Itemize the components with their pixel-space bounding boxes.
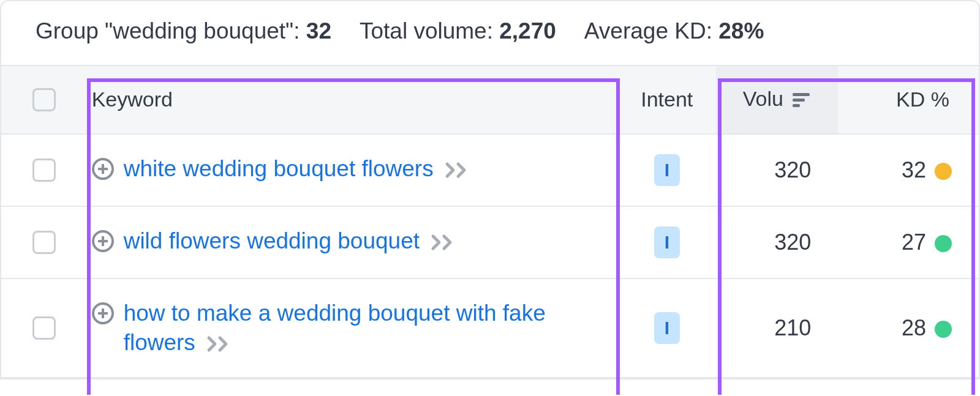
header-volume-label: Volu: [743, 87, 783, 110]
keyword-link[interactable]: wild flowers wedding bouquet: [124, 228, 420, 253]
kd-value: 28: [902, 315, 926, 340]
summary-bar: Group "wedding bouquet": 32 Total volume…: [1, 1, 979, 65]
kd-difficulty-dot: [935, 235, 952, 252]
header-select-all[interactable]: [1, 65, 87, 134]
table-row: how to make a wedding bouquet with fake …: [1, 278, 979, 378]
table-row: white wedding bouquet flowersI32032: [1, 134, 979, 206]
table-header-row: Keyword Intent Volu KD: [1, 65, 979, 134]
row-keyword-cell: white wedding bouquet flowers: [87, 134, 618, 206]
expand-icon[interactable]: [92, 302, 114, 324]
kd-summary: Average KD: 28%: [584, 18, 764, 44]
intent-badge[interactable]: I: [654, 154, 680, 186]
volume-value: 320: [774, 157, 811, 182]
keyword-table: Keyword Intent Volu KD: [1, 65, 979, 378]
header-kd[interactable]: KD %: [838, 65, 979, 134]
keyword-link[interactable]: how to make a wedding bouquet with fake …: [124, 301, 546, 355]
group-label-suffix: ":: [285, 18, 306, 43]
row-checkbox-cell: [1, 278, 87, 378]
open-icon[interactable]: [445, 162, 472, 179]
group-count: 32: [306, 18, 331, 43]
group-label-prefix: Group ": [36, 18, 113, 43]
open-icon[interactable]: [431, 234, 458, 251]
row-kd-cell: 27: [838, 206, 979, 278]
group-name: wedding bouquet: [113, 18, 285, 43]
row-kd-cell: 32: [838, 134, 979, 206]
volume-value: 210: [774, 315, 811, 340]
avg-kd-value: 28%: [718, 18, 764, 43]
volume-value: 2,270: [499, 18, 556, 43]
expand-icon[interactable]: [92, 158, 114, 180]
select-all-checkbox[interactable]: [32, 88, 56, 111]
kd-value: 32: [902, 157, 926, 182]
row-volume-cell: 210: [716, 278, 839, 378]
volume-label: Total volume:: [360, 18, 499, 43]
row-keyword-cell: how to make a wedding bouquet with fake …: [87, 278, 618, 378]
row-checkbox-cell: [1, 206, 87, 278]
row-checkbox[interactable]: [32, 231, 56, 254]
header-keyword-label: Keyword: [92, 88, 173, 111]
open-icon[interactable]: [206, 335, 233, 353]
sort-desc-icon: [793, 89, 811, 113]
row-checkbox[interactable]: [32, 159, 56, 182]
table-row: wild flowers wedding bouquetI32027: [1, 206, 979, 278]
avg-kd-label: Average KD:: [584, 18, 718, 43]
header-keyword[interactable]: Keyword: [87, 65, 618, 134]
group-summary: Group "wedding bouquet": 32: [36, 18, 331, 44]
row-keyword-cell: wild flowers wedding bouquet: [87, 206, 618, 278]
row-intent-cell: I: [618, 134, 716, 206]
kd-value: 27: [902, 230, 926, 255]
expand-icon[interactable]: [92, 230, 114, 252]
header-intent-label: Intent: [641, 88, 693, 111]
header-volume[interactable]: Volu: [716, 65, 839, 134]
keyword-link[interactable]: white wedding bouquet flowers: [124, 156, 434, 181]
keyword-group-panel: Group "wedding bouquet": 32 Total volume…: [0, 0, 980, 379]
row-checkbox-cell: [1, 134, 87, 206]
row-volume-cell: 320: [716, 206, 839, 278]
kd-difficulty-dot: [935, 163, 952, 180]
svg-rect-1: [793, 99, 805, 102]
header-intent[interactable]: Intent: [618, 65, 716, 134]
row-kd-cell: 28: [838, 278, 979, 378]
svg-rect-0: [793, 93, 810, 96]
volume-summary: Total volume: 2,270: [360, 18, 556, 44]
header-kd-label: KD %: [896, 88, 949, 111]
svg-rect-2: [793, 104, 800, 107]
row-checkbox[interactable]: [32, 316, 56, 340]
kd-difficulty-dot: [935, 321, 952, 338]
volume-value: 320: [774, 230, 811, 255]
row-volume-cell: 320: [716, 134, 839, 206]
intent-badge[interactable]: I: [654, 226, 680, 258]
intent-badge[interactable]: I: [654, 312, 680, 344]
row-intent-cell: I: [618, 278, 716, 378]
row-intent-cell: I: [618, 206, 716, 278]
